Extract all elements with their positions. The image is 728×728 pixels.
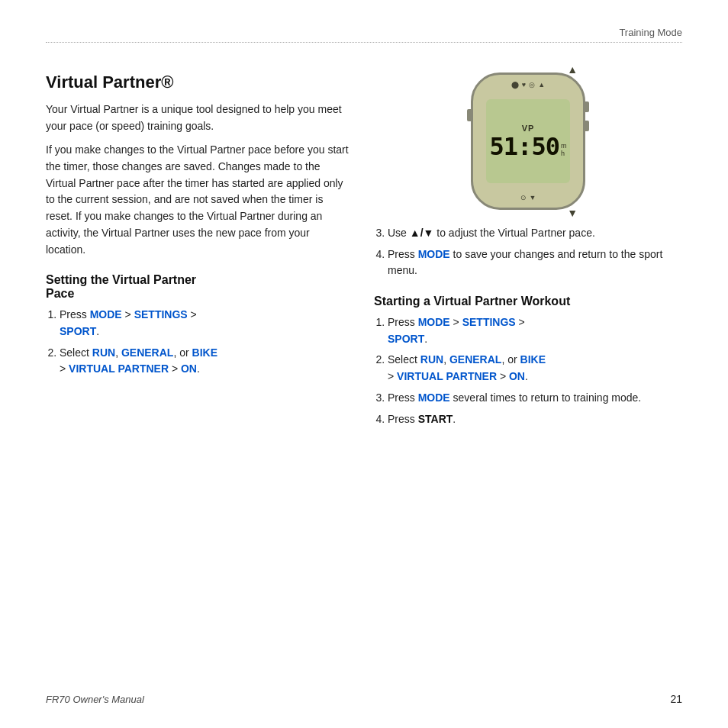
icon-clock: ⊙ xyxy=(520,194,527,201)
updown-arrows: ▲/▼ xyxy=(410,227,434,239)
bike-keyword-1: BIKE xyxy=(192,346,217,359)
settings-keyword-1: SETTINGS xyxy=(134,308,188,321)
sport-keyword-1: SPORT xyxy=(60,325,96,337)
section3-step-4: Press START. xyxy=(388,411,682,428)
page-title: Virtual Partner® xyxy=(46,72,351,92)
section3-step-1: Press MODE > SETTINGS > SPORT. xyxy=(388,314,682,347)
run-keyword-1: RUN xyxy=(92,346,115,359)
section1-step-3: Use ▲/▼ to adjust the Virtual Partner pa… xyxy=(388,225,682,242)
watch-screen: VP 51:50 m h xyxy=(486,99,570,183)
watch-right-button-bottom xyxy=(583,121,589,131)
icon-circle: ◎ xyxy=(529,81,535,89)
section3-step-3: Press MODE several times to return to tr… xyxy=(388,390,682,407)
section3-title: Starting a Virtual Partner Workout xyxy=(374,295,682,308)
vp-keyword-1: VIRTUAL PARTNER xyxy=(69,362,169,375)
top-border xyxy=(46,42,682,43)
section1-right-steps: Use ▲/▼ to adjust the Virtual Partner pa… xyxy=(374,225,682,279)
watch-left-button xyxy=(467,109,473,121)
icon-dot: ⬤ xyxy=(511,81,519,89)
section1-steps: Press MODE > SETTINGS > SPORT. Select RU… xyxy=(46,307,351,378)
on-keyword-1: ON xyxy=(181,362,197,375)
bike-keyword-2: BIKE xyxy=(520,353,546,366)
watch-time-display: 51:50 xyxy=(490,134,559,159)
section1-step-2: Select RUN, GENERAL, or BIKE > VIRTUAL P… xyxy=(60,345,351,378)
vp-keyword-2: VIRTUAL PARTNER xyxy=(397,370,497,382)
unit-h: h xyxy=(561,150,567,157)
start-keyword: START xyxy=(418,413,453,425)
down-arrow-icon: ▼ xyxy=(567,207,578,219)
page: Training Mode Virtual Partner® Your Virt… xyxy=(0,0,728,728)
sport-keyword-2: SPORT xyxy=(388,333,424,345)
header-label: Training Mode xyxy=(619,27,682,38)
left-column: Virtual Partner® Your Virtual Partner is… xyxy=(46,72,366,435)
icon-signal: ▼ xyxy=(530,194,536,201)
watch-top-icons: ⬤ ♥ ◎ ▲ xyxy=(511,81,545,89)
footer-page-number: 21 xyxy=(670,693,682,705)
general-keyword-2: GENERAL xyxy=(449,353,501,366)
watch: ⬤ ♥ ◎ ▲ VP 51:50 m h xyxy=(471,72,585,210)
footer: FR70 Owner's Manual 21 xyxy=(46,693,682,705)
icon-up: ▲ xyxy=(538,81,545,89)
mode-keyword-4: MODE xyxy=(418,391,450,404)
content-area: Virtual Partner® Your Virtual Partner is… xyxy=(46,72,682,435)
footer-manual-name: FR70 Owner's Manual xyxy=(46,694,144,705)
section1-title: Setting the Virtual PartnerPace xyxy=(46,273,351,301)
intro-paragraph-1: Your Virtual Partner is a unique tool de… xyxy=(46,101,351,134)
icon-heart: ♥ xyxy=(522,81,526,89)
section1-step-4: Press MODE to save your changes and retu… xyxy=(388,246,682,279)
mode-keyword-3: MODE xyxy=(418,316,450,328)
watch-right-button-top xyxy=(583,101,589,112)
watch-units: m h xyxy=(561,142,567,157)
general-keyword-1: GENERAL xyxy=(121,346,173,359)
intro-paragraph-2: If you make changes to the Virtual Partn… xyxy=(46,142,351,258)
run-keyword-2: RUN xyxy=(420,353,443,366)
mode-keyword-2: MODE xyxy=(418,248,450,260)
section3-steps: Press MODE > SETTINGS > SPORT. Select RU… xyxy=(374,314,682,427)
settings-keyword-2: SETTINGS xyxy=(462,316,516,328)
up-arrow-icon: ▲ xyxy=(567,63,578,76)
section3-step-2: Select RUN, GENERAL, or BIKE > VIRTUAL P… xyxy=(388,352,682,385)
section1-step-1: Press MODE > SETTINGS > SPORT. xyxy=(60,307,351,340)
on-keyword-2: ON xyxy=(509,370,525,382)
watch-bottom-icons: ⊙ ▼ xyxy=(520,194,536,201)
watch-illustration: ▲ ⬤ ♥ ◎ ▲ VP xyxy=(374,72,682,210)
right-column: ▲ ⬤ ♥ ◎ ▲ VP xyxy=(366,72,682,435)
time-display-row: 51:50 m h xyxy=(490,134,567,159)
unit-m: m xyxy=(561,142,567,150)
mode-keyword-1: MODE xyxy=(90,308,122,321)
